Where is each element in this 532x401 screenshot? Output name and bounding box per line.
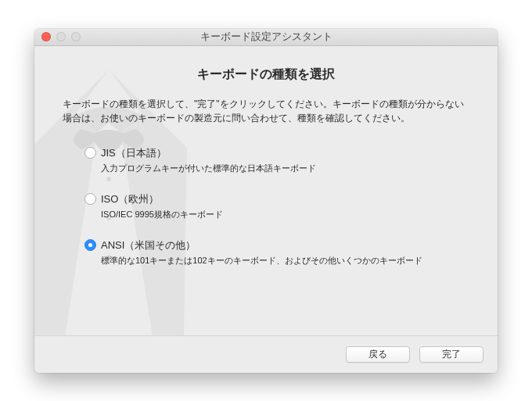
done-button[interactable]: 完了 <box>419 346 483 363</box>
option-jis-desc: 入力プログラムキーが付いた標準的な日本語キーボード <box>101 163 466 175</box>
option-ansi-label[interactable]: ANSI（米国その他） <box>101 238 196 252</box>
close-icon[interactable] <box>41 32 51 41</box>
option-jis-label[interactable]: JIS（日本語） <box>101 146 167 160</box>
option-ansi: ANSI（米国その他） 標準的な101キーまたは102キーのキーボード、およびそ… <box>84 238 466 267</box>
option-jis: JIS（日本語） 入力プログラムキーが付いた標準的な日本語キーボード <box>84 146 466 175</box>
window-title: キーボード設定アシスタント <box>34 30 498 44</box>
intro-text: キーボードの種類を選択して、"完了"をクリックしてください。キーボードの種類が分… <box>63 97 469 126</box>
footer: 戻る 完了 <box>34 335 498 373</box>
zoom-icon <box>71 32 81 41</box>
minimize-icon <box>56 32 66 41</box>
option-ansi-desc: 標準的な101キーまたは102キーのキーボード、およびその他いくつかのキーボード <box>101 255 466 267</box>
keyboard-type-options: JIS（日本語） 入力プログラムキーが付いた標準的な日本語キーボード ISO（欧… <box>63 146 469 267</box>
titlebar: キーボード設定アシスタント <box>34 29 498 46</box>
radio-ansi[interactable] <box>84 239 96 251</box>
body: キーボードの種類を選択 キーボードの種類を選択して、"完了"をクリックしてくださ… <box>34 46 498 373</box>
page-heading: キーボードの種類を選択 <box>63 66 469 83</box>
content-area: キーボードの種類を選択 キーボードの種類を選択して、"完了"をクリックしてくださ… <box>34 46 498 335</box>
option-iso-desc: ISO/IEC 9995規格のキーボード <box>101 209 466 221</box>
option-iso-label[interactable]: ISO（欧州） <box>101 192 159 206</box>
back-button[interactable]: 戻る <box>346 346 410 363</box>
option-iso: ISO（欧州） ISO/IEC 9995規格のキーボード <box>84 192 466 221</box>
assistant-window: キーボード設定アシスタント キーボードの種類を選択 キーボードの種類を選択して、… <box>34 29 498 373</box>
radio-iso[interactable] <box>84 193 96 205</box>
radio-jis[interactable] <box>84 147 96 159</box>
window-controls <box>34 32 81 41</box>
